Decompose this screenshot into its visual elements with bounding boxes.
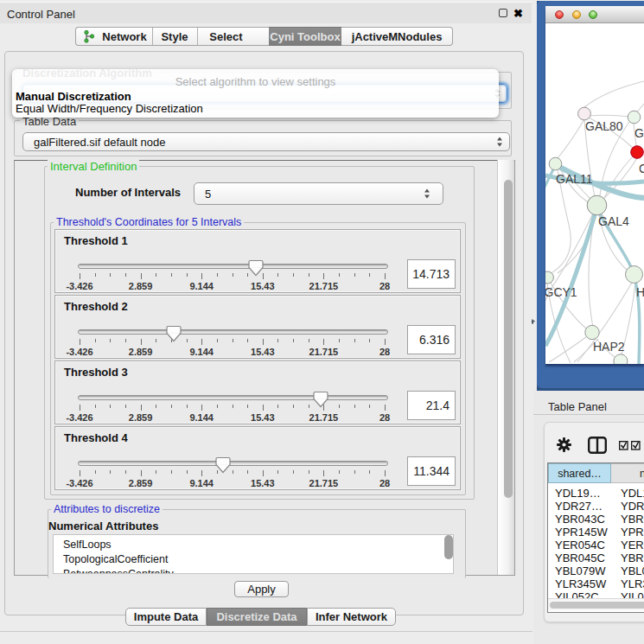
svg-text:H: H [636, 285, 644, 299]
svg-text:GA: GA [634, 126, 644, 140]
svg-text:HAP2: HAP2 [593, 340, 625, 354]
svg-text:GAL4: GAL4 [598, 214, 629, 228]
svg-text:C: C [639, 162, 644, 175]
svg-text:GCY1: GCY1 [545, 285, 577, 299]
svg-text:GAL11: GAL11 [556, 172, 593, 186]
svg-text:GAL80: GAL80 [585, 119, 623, 133]
